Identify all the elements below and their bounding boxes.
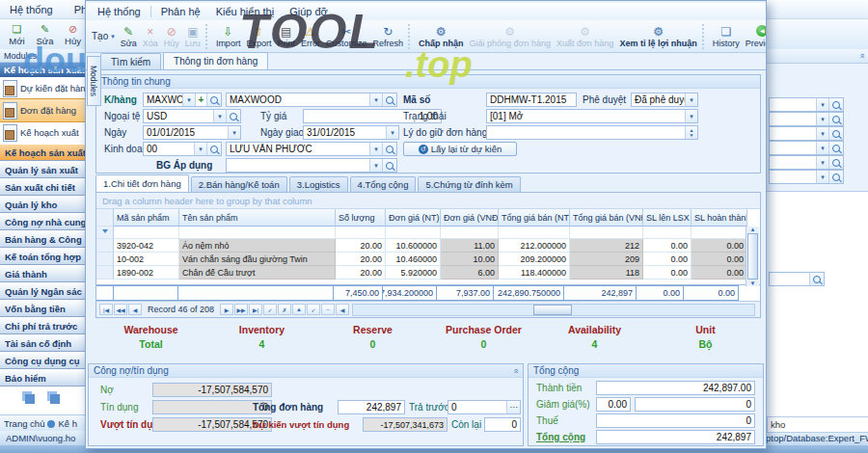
export-button[interactable]: ⇧ Export [243, 22, 274, 51]
module-group-chi-phi-tra-truoc[interactable]: Chi phí trả trước [0, 317, 85, 334]
nav-prev-button[interactable]: ◀ [128, 304, 142, 315]
filter-combo[interactable] [769, 126, 844, 141]
scroll-down-icon[interactable]: ▼ [750, 280, 756, 286]
column-header[interactable]: Mã sản phẩm [114, 209, 179, 226]
module-tab[interactable]: Kế h [58, 418, 77, 429]
bg-new-button[interactable]: ❏ Mới [5, 23, 29, 46]
column-header[interactable]: Đơn giá (NT) [386, 209, 441, 226]
debt-field[interactable]: -17,507,584,570 [152, 383, 272, 397]
tax-field[interactable]: 0 [596, 413, 755, 428]
bg-cancel-button[interactable]: ⊘ Hủy [61, 23, 85, 46]
module-group-ban-hang[interactable]: Bán hàng & Công [0, 230, 85, 248]
filter-combo[interactable] [769, 155, 844, 170]
tab-ban-hang-ke-toan[interactable]: 2.Bán hàng/Kế toán [191, 176, 287, 192]
nav-commit-button[interactable]: ✓ [307, 304, 320, 315]
profit-ratio-button[interactable]: ⚙ Xem tỉ lệ lợi nhuận [616, 22, 699, 51]
nav-left-button[interactable]: ◀ [336, 304, 349, 315]
dropdown-icon[interactable] [182, 93, 195, 106]
cube-icon[interactable] [25, 394, 35, 404]
column-header[interactable]: SL hoàn thành [692, 209, 747, 226]
scrollbar-thumb[interactable] [747, 233, 758, 280]
print-button[interactable]: ▤ Print [274, 22, 298, 51]
tab-logistics[interactable]: 3.Logistics [289, 176, 348, 192]
prepaid-field[interactable]: 0 ⋯ [448, 400, 521, 414]
nav-delete-button[interactable]: − [321, 304, 335, 315]
kho-selector[interactable]: kho ▪ [767, 416, 868, 433]
menu-he-thong[interactable]: Hệ thống [90, 6, 149, 17]
search-icon[interactable] [809, 273, 824, 285]
cube-icon[interactable] [50, 394, 60, 404]
module-group-san-xuat-chi-tiet[interactable]: Sản xuất chi tiết [0, 178, 85, 196]
module-group-quan-ly-kho[interactable]: Quản lý kho [0, 196, 85, 213]
module-group-ke-toan[interactable]: Kế toán tổng hợp [0, 248, 85, 265]
tree-item-du-kien[interactable]: Dự kiến đặt hàng [0, 77, 85, 99]
search-icon[interactable] [828, 113, 843, 125]
module-group-von-bang-tien[interactable]: Vốn bằng tiền [0, 300, 85, 317]
approve-button[interactable]: ⚙ Chấp nhận [416, 22, 467, 51]
search-icon[interactable] [206, 93, 221, 106]
nav-prev-page-button[interactable]: ◀◀ [114, 304, 127, 315]
dropdown-icon[interactable] [369, 143, 382, 155]
expected-over-credit-field[interactable]: -17,507,341,673 [363, 417, 448, 432]
nav-cancel-button[interactable]: ✗ [278, 304, 291, 315]
collapse-icon[interactable]: » [510, 368, 520, 373]
sales-code-combo[interactable]: 00 [143, 142, 222, 156]
grand-total-field[interactable]: 242,897 [596, 430, 755, 444]
module-group-gia-thanh[interactable]: Giá thành [0, 265, 85, 282]
dropdown-icon[interactable] [213, 110, 226, 122]
hold-reason-spinner[interactable]: ▲▼ [486, 125, 698, 140]
search-icon[interactable] [382, 93, 396, 106]
search-icon[interactable] [828, 142, 843, 154]
delivery-date-picker[interactable]: 31/01/2015 [303, 125, 399, 140]
order-total-field[interactable]: 242,897 [338, 400, 405, 414]
customer-name-combo[interactable]: MAXWOOD [226, 93, 397, 107]
bg-edit-button[interactable]: ✎ Sửa [33, 23, 57, 46]
dropdown-icon[interactable] [194, 143, 206, 155]
cancel-button[interactable]: ⊘ Hủy [161, 22, 182, 51]
dropdown-icon[interactable] [816, 156, 828, 169]
tab-tim-kiem[interactable]: Tìm kiếm [100, 53, 161, 69]
column-header[interactable]: Số lượng [336, 209, 386, 226]
column-header[interactable]: Tổng giá bán (VNĐ) [570, 209, 643, 226]
lookup-combo[interactable] [769, 272, 825, 286]
tab-chi-tiet-don-hang[interactable]: 1.Chi tiết đơn hàng [95, 174, 189, 192]
table-row[interactable]: 1890-002 Chân đế Cầu trượt 20.00 5.92000… [96, 266, 760, 280]
search-icon[interactable] [226, 110, 240, 122]
dropdown-icon[interactable] [369, 159, 382, 172]
dropdown-icon[interactable] [685, 93, 697, 106]
currency-combo[interactable]: USD [143, 109, 241, 123]
import-button[interactable]: ⇩ Import [213, 22, 244, 51]
dropdown-icon[interactable] [685, 110, 697, 122]
menu-giup-do[interactable]: Giúp đỡ [282, 6, 336, 17]
nav-first-button[interactable]: |◀ [99, 304, 113, 315]
dropdown-icon[interactable] [816, 142, 828, 154]
delete-button[interactable]: × Xóa [140, 22, 161, 51]
search-icon[interactable] [828, 98, 843, 111]
module-group-cong-cu-dung-cu[interactable]: Công cụ dụng cụ [0, 352, 85, 369]
nav-next-button[interactable]: ▶ [220, 304, 233, 315]
export-order-button[interactable]: ⚙ Xuất đơn hàng [554, 22, 616, 51]
nav-append-button[interactable]: ▲ [292, 304, 306, 315]
customize-button[interactable]: ✂ Customize [323, 22, 370, 51]
remaining-field[interactable]: 0 [484, 417, 521, 432]
module-group-ngan-sach[interactable]: Quản lý Ngân sác [0, 282, 85, 300]
edit-button[interactable]: ✎ Sửa [118, 22, 140, 51]
dropdown-icon[interactable] [816, 113, 828, 125]
price-list-combo[interactable] [226, 158, 397, 173]
filter-combo[interactable] [769, 170, 844, 184]
grid-filter-row[interactable] [96, 226, 760, 239]
nav-last-button[interactable]: ▶| [249, 304, 262, 315]
group-by-panel[interactable]: Drag a column header here to group by th… [96, 193, 760, 209]
module-group-bao-hiem[interactable]: Bảo hiểm [0, 369, 85, 386]
tree-item-don-dat-hang[interactable]: Đơn đặt hàng [0, 99, 85, 121]
ellipsis-button[interactable]: ⋯ [506, 401, 520, 413]
scroll-up-icon[interactable]: ▲ [750, 226, 756, 232]
order-code-input[interactable]: DDHMW-T1.2015 [486, 93, 577, 107]
collapse-icon[interactable]: » [856, 53, 866, 58]
save-button[interactable]: ▣ Lưu [182, 22, 203, 51]
dropdown-icon[interactable] [816, 171, 828, 183]
table-row[interactable]: 10-002 Ván chắn sáng đầu giường Twin 20.… [96, 253, 760, 266]
search-icon[interactable] [382, 143, 396, 155]
add-icon[interactable]: + [195, 93, 206, 106]
refresh-button[interactable]: ↻ Refresh [369, 22, 406, 51]
